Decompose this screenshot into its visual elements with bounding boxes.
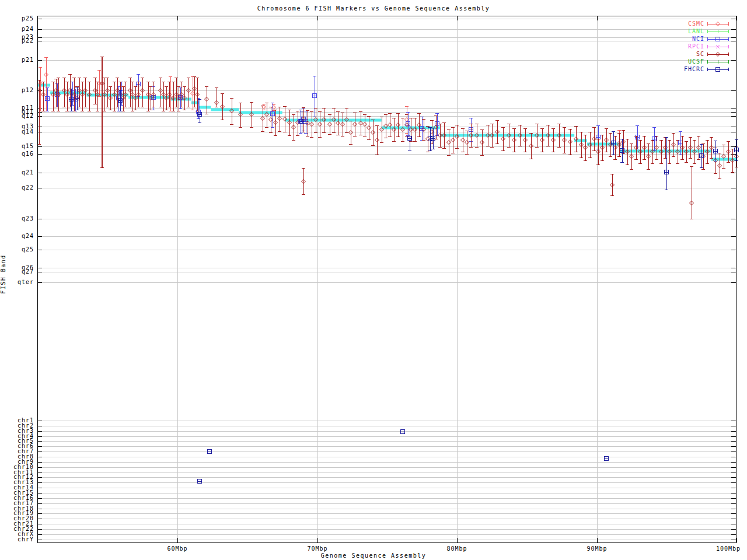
xtick-label-100Mbp: 100Mbp [716,546,741,552]
legend-label-fhcrc: FHCRC [634,66,704,72]
ytick-label-q24: q24 [0,233,34,239]
ytick-label-p25: p25 [0,16,34,22]
legend-label-lanl: LANL [634,29,704,34]
ytick-label-p24: p24 [0,26,34,32]
ytick-label-q12: q12 [0,113,34,119]
ytick-label-q14: q14 [0,129,34,135]
ytick-label-p21: p21 [0,57,34,63]
xtick-label-60Mbp: 60Mbp [167,546,187,552]
ytick-label-q22: q22 [0,185,34,191]
legend-label-ucsf: UCSF [634,59,704,65]
xtick-label-90Mbp: 90Mbp [587,546,607,552]
legend-label-rpci: RPCI [634,44,704,50]
chart-canvas [0,0,747,560]
ytick-label-chrY: chrY [0,537,34,542]
ytick-label-q25: q25 [0,247,34,253]
legend-label-csmc: CSMC [634,21,704,27]
legend-label-sc: SC [634,51,704,57]
xtick-label-70Mbp: 70Mbp [307,546,327,552]
ytick-label-q27: q27 [0,269,34,275]
xtick-label-80Mbp: 80Mbp [446,546,467,552]
ytick-label-p12: p12 [0,88,34,93]
ytick-label-q15: q15 [0,144,34,149]
ytick-label-qter: qter [0,279,34,285]
legend-label-nci: NCI [634,36,704,42]
x-axis-label: Genome Sequence Assembly [0,553,747,559]
ytick-label-p22: p22 [0,38,34,44]
ytick-label-q21: q21 [0,170,34,176]
chart-page: Chromosome 6 FISH Markers vs Genome Sequ… [0,0,747,560]
ytick-label-q16: q16 [0,151,34,157]
chart-title: Chromosome 6 FISH Markers vs Genome Sequ… [0,6,747,12]
ytick-label-q23: q23 [0,216,34,222]
